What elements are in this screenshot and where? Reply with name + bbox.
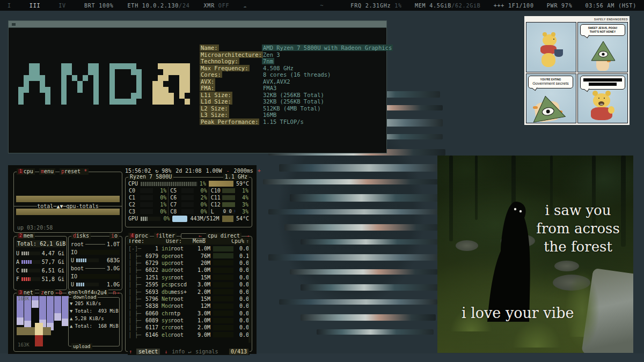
spec-label: Cores: xyxy=(200,71,222,78)
process-row[interactable]: │ ├─5838Modemroot12M0.0 xyxy=(127,302,251,309)
cpu-usage-meter xyxy=(141,182,197,186)
process-row[interactable]: │ ├─5693dbus-mess+2.0M0.0 xyxy=(127,288,251,295)
glitch-stripe xyxy=(317,329,434,335)
net-zero-button[interactable]: zero xyxy=(39,290,55,296)
process-row[interactable]: │ ├─6729upoweroot20M0.0 xyxy=(127,260,251,267)
illuminati-pyramid-head xyxy=(591,41,616,61)
btop-window: 1cpu menu preset * total─▲▼─gpu-totals u… xyxy=(8,165,257,354)
process-count: 0/413 xyxy=(229,349,248,354)
glitch-stripe xyxy=(263,179,443,184)
btop-clock: 15:56:02 xyxy=(125,168,151,174)
statusbar-separator: ~ xyxy=(320,3,324,9)
select-button[interactable]: select xyxy=(136,349,160,354)
process-row[interactable]: │ ├─6060chronntp3.0M0.0 xyxy=(127,310,251,317)
signals-button[interactable]: signals xyxy=(195,349,218,354)
cpufetch-spec-row: Peak Performance:1.15 TFLOP/s xyxy=(200,119,263,125)
pooh-panel-1 xyxy=(526,22,576,72)
menu-button[interactable]: menu xyxy=(39,168,55,175)
spec-value: 16MB xyxy=(262,112,277,118)
glitch-stripe xyxy=(268,209,443,215)
cpufetch-spec-row: L2 Size:512KB (4MB Total) xyxy=(200,105,263,112)
creature-eye xyxy=(519,210,522,212)
process-row[interactable]: │ ├─1251systeroot15M0.0 xyxy=(127,274,251,281)
cpu-core-cell: C101% xyxy=(209,187,250,194)
brightness-status: BRT 100% xyxy=(84,3,114,9)
spec-value: 1.15 TFLOP/s xyxy=(262,119,305,125)
spec-value: AVX,AVX2 xyxy=(262,78,291,85)
process-row[interactable]: │ ├─6979opensroot76M0.1 xyxy=(127,252,251,259)
cpufetch-spec-row: Max Frequency:4.508 GHz xyxy=(200,65,263,72)
preset-button[interactable]: preset * xyxy=(60,168,89,175)
ethernet-status: ETH 10.0.2.130/24 xyxy=(128,3,190,9)
cpu-core-cell: C50% xyxy=(168,187,209,194)
cpu-core-cell: C30% xyxy=(127,208,168,215)
workspace-4[interactable]: IV xyxy=(58,3,66,9)
process-row[interactable]: │ ├─6022auditroot1.0M0.0 xyxy=(127,267,251,274)
xmr-status: XMR OFF xyxy=(204,3,230,9)
sort-column-label: cpu direct xyxy=(206,233,241,239)
process-footer: ↑ select ↓ info ↵ signals 0/413 xyxy=(128,348,250,355)
pooh-arm xyxy=(608,106,614,114)
spec-value: Zen 3 xyxy=(262,51,281,58)
net-scale-bottom: 163K xyxy=(18,342,30,348)
sort-next-button[interactable]: → xyxy=(246,233,249,239)
process-row[interactable]: │ ├─6146elogiroot9.0M0.0 xyxy=(127,331,251,338)
tab-disks[interactable]: disks xyxy=(71,233,91,239)
workspace-1[interactable]: I xyxy=(8,3,11,9)
glitch-stripe xyxy=(268,254,443,261)
gpu-usage-meter xyxy=(141,217,160,221)
spec-label: L1i Size: xyxy=(200,92,232,98)
window-menu-icon[interactable] xyxy=(12,23,16,26)
download-graph-bar xyxy=(47,296,54,330)
cpu-frequency-label: 1.1 GHz xyxy=(223,174,249,180)
tab-net[interactable]: 3net xyxy=(17,290,35,296)
process-row[interactable]: │ ├─5796Networoot15M0.0 xyxy=(127,295,251,302)
pooh-tongue xyxy=(600,104,603,105)
spec-label: Technology: xyxy=(200,58,239,64)
gpu-usage-row: GPU 0% 443M/512M 54°C xyxy=(127,215,250,222)
clock: 03:56 AM (HST) xyxy=(586,3,637,9)
core-grid: C01% C50% C101% C10% C62% C114% C21% C70… xyxy=(127,187,250,215)
network-graph: 163K 163K xyxy=(17,296,71,348)
tab-cpu[interactable]: 1cpu xyxy=(17,168,35,175)
interval-decrease-button[interactable]: - xyxy=(226,168,230,174)
forest-meme-image: i saw you from across the forest i love … xyxy=(437,156,633,353)
glitch-stripe xyxy=(284,224,445,231)
terminal-titlebar[interactable] xyxy=(9,21,386,28)
tab-io[interactable]: io xyxy=(109,233,119,239)
net-prev-iface-button[interactable]: ←b xyxy=(56,290,62,296)
spec-value: FMA3 xyxy=(262,85,277,91)
terminal-window-cpufetch: Name:AMD Ryzen 7 5800U with Radeon Graph… xyxy=(8,20,387,153)
cpufetch-spec-row: FMA:FMA3 xyxy=(200,85,263,92)
tab-mem[interactable]: 2mem xyxy=(17,233,35,239)
cpufetch-spec-row: Cores:8 cores (16 threads) xyxy=(200,71,263,78)
select-up-button[interactable]: ↑ xyxy=(129,349,132,354)
fan-status: +++ 1F1/100 xyxy=(494,3,534,9)
filter-button[interactable]: filter xyxy=(154,233,177,239)
glitch-stripe xyxy=(301,239,443,245)
net-next-iface-button[interactable]: n→ xyxy=(113,290,119,296)
select-down-button[interactable]: ↓ xyxy=(164,349,167,354)
sort-prev-button[interactable]: ← xyxy=(199,233,202,239)
spec-label: L2 Size: xyxy=(200,105,229,112)
workspace-3-active[interactable]: III xyxy=(30,3,40,9)
power-status: PWR 97% xyxy=(547,3,573,9)
cpu-core-cell: C21% xyxy=(127,201,168,208)
power-draw: 1.00W xyxy=(206,168,222,174)
interval-increase-button[interactable]: + xyxy=(258,168,261,174)
pooh-belly xyxy=(541,53,555,67)
cpu-core-cell: L0 0 03% xyxy=(209,208,250,215)
process-row[interactable]: │ ├─6117crondroot2.0M0.0 xyxy=(127,324,251,331)
process-row[interactable]: │ ├─6089sysloroot1.0M0.0 xyxy=(127,317,251,324)
info-button[interactable]: info ↵ xyxy=(172,349,191,354)
process-row[interactable]: [-]─1initroot1.0M0.0 xyxy=(127,245,251,252)
spec-label: Peak Performance: xyxy=(200,119,259,125)
cpu-core-cell: C123% xyxy=(209,201,250,208)
memory-total: Total: 62,1 GiB xyxy=(16,240,64,247)
tab-proc[interactable]: 4proc xyxy=(128,233,150,239)
memory-status: MEM 4.5GiB/62.2GiB xyxy=(415,3,481,9)
process-scrollbar[interactable] xyxy=(248,245,251,343)
battery-load: ↻ 98% xyxy=(155,168,171,174)
speech-bubble: YOU'RE EATING Government secrets xyxy=(528,76,573,89)
process-row[interactable]: │ ├─2595pcscdpcscd3.0M0.0 xyxy=(127,281,251,288)
